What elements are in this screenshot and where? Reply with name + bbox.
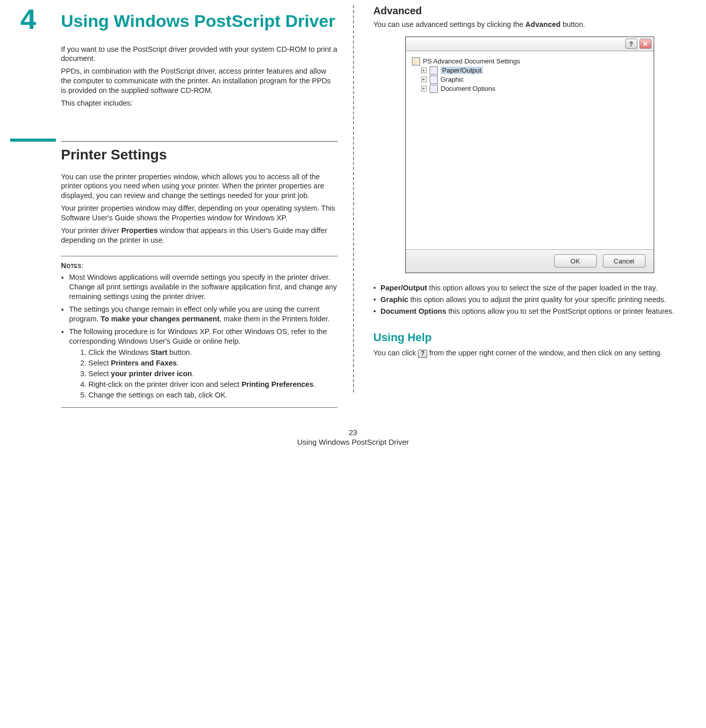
printer-settings-paragraph-3: Your printer driver Properties window th… [61, 226, 338, 245]
expand-icon[interactable]: + [421, 68, 427, 73]
section-heading-printer-settings: Printer Settings [61, 147, 338, 163]
tree-root[interactable]: PS Advanced Document Settings [412, 57, 648, 65]
step-4: Right-click on the printer driver icon a… [88, 380, 338, 389]
using-help-heading: Using Help [373, 331, 686, 344]
option-document-options: Document Options this options allow you … [380, 307, 686, 316]
steps-list: Click the Windows Start button. Select P… [78, 348, 338, 400]
expand-icon[interactable]: + [421, 77, 427, 82]
chapter-title: Using Windows PostScript Driver [61, 10, 338, 32]
dialog-body: PS Advanced Document Settings + Paper/Ou… [406, 51, 654, 249]
graphic-icon [430, 76, 438, 84]
printer-settings-paragraph-2: Your printer properties window may diffe… [61, 204, 338, 223]
notes-separator-bottom [61, 407, 338, 408]
tree-item-label: Document Options [441, 85, 496, 92]
cancel-button[interactable]: Cancel [603, 254, 646, 268]
note-item-2: The settings you change remain in effect… [69, 305, 338, 324]
step-1: Click the Windows Start button. [88, 348, 338, 357]
document-icon [430, 85, 438, 93]
intro-paragraph-3: This chapter includes: [61, 98, 338, 108]
intro-paragraph-1: If you want to use the PostScript driver… [61, 45, 338, 64]
options-list: Paper/Output this option allows you to s… [373, 283, 686, 316]
paper-icon [430, 67, 438, 75]
step-5: Change the settings on each tab, click O… [88, 390, 338, 400]
intro-paragraph-2: PPDs, in combination with the PostScript… [61, 67, 338, 95]
footer-title: Using Windows PostScript Driver [0, 438, 706, 446]
tree-root-label: PS Advanced Document Settings [423, 57, 521, 65]
notes-separator-top [61, 256, 338, 256]
dialog-footer: OK Cancel [406, 249, 654, 273]
step-2: Select Printers and Faxes. [88, 358, 338, 368]
tree-item-paper-output[interactable]: + Paper/Output [421, 67, 648, 75]
dialog-titlebar: ? ✕ [406, 37, 654, 51]
printer-settings-paragraph-1: You can use the printer properties windo… [61, 172, 338, 201]
dialog-close-button[interactable]: ✕ [639, 39, 652, 49]
expand-icon[interactable]: + [421, 86, 427, 91]
notes-list: Most Windows applications will override … [61, 273, 338, 400]
section-rule [61, 139, 338, 142]
using-help-paragraph: You can click ? from the upper right cor… [373, 348, 686, 358]
column-divider [353, 5, 354, 392]
notes-label: Notes: [61, 261, 338, 270]
dialog-help-button[interactable]: ? [625, 39, 637, 49]
help-question-icon: ? [418, 350, 427, 358]
tree-item-graphic[interactable]: + Graphic [421, 76, 648, 84]
page-number: 23 [0, 428, 706, 437]
option-paper-output: Paper/Output this option allows you to s… [380, 283, 686, 293]
advanced-paragraph: You can use advanced settings by clickin… [373, 20, 686, 29]
note-item-3: The following procedure is for Windows X… [69, 327, 338, 400]
advanced-settings-dialog: ? ✕ PS Advanced Document Settings + Pape… [405, 37, 654, 273]
advanced-heading: Advanced [373, 5, 686, 17]
chapter-number: 4 [20, 3, 36, 36]
tree-item-label: Paper/Output [441, 67, 483, 74]
tree-item-document-options[interactable]: + Document Options [421, 85, 648, 93]
option-graphic: Graphic this option allows you to adjust… [380, 295, 686, 305]
printer-icon [412, 57, 420, 65]
note-item-1: Most Windows applications will override … [69, 273, 338, 302]
page-footer: 23 Using Windows PostScript Driver [0, 413, 706, 456]
tree-item-label: Graphic [441, 76, 464, 83]
ok-button[interactable]: OK [554, 254, 597, 268]
step-3: Select your printer driver icon. [88, 369, 338, 379]
